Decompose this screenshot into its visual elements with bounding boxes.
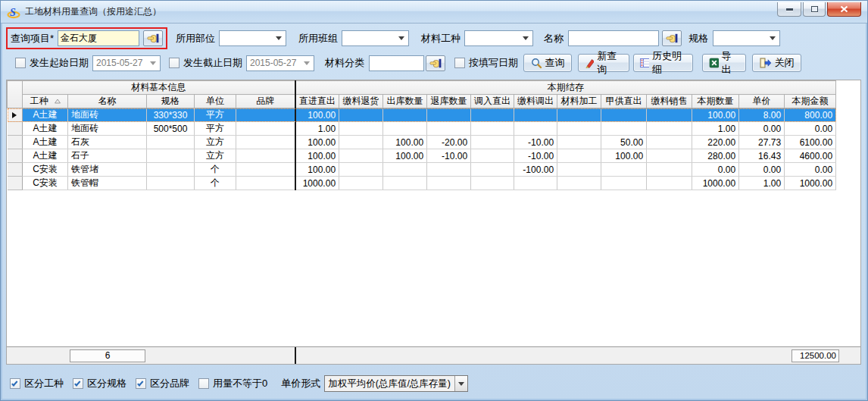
- table-cell[interactable]: 100.00: [692, 108, 739, 122]
- table-cell[interactable]: [147, 149, 195, 163]
- table-cell[interactable]: [383, 177, 427, 190]
- table-cell[interactable]: [427, 177, 471, 190]
- table-cell[interactable]: 100.00: [295, 136, 339, 149]
- table-cell[interactable]: 330*330: [147, 108, 195, 122]
- table-cell[interactable]: [557, 122, 601, 136]
- column-header[interactable]: 缴料销售: [647, 95, 692, 108]
- table-cell[interactable]: 平方: [195, 108, 236, 122]
- table-cell[interactable]: [647, 136, 692, 149]
- table-cell[interactable]: 16.43: [739, 149, 785, 163]
- table-cell[interactable]: -100.00: [514, 163, 557, 177]
- table-row[interactable]: A土建石子立方100.00100.00-10.00-10.00100.00280…: [8, 149, 836, 163]
- table-cell[interactable]: 6100.00: [785, 136, 836, 149]
- start-date-checkbox[interactable]: [15, 58, 26, 68]
- table-cell[interactable]: [514, 122, 557, 136]
- project-picker-button[interactable]: [143, 30, 163, 46]
- table-cell[interactable]: 1.00: [739, 177, 785, 190]
- table-cell[interactable]: [471, 136, 514, 149]
- table-row[interactable]: C安装铁管帽个1000.001000.001.001000.00: [8, 177, 836, 190]
- table-cell[interactable]: A土建: [23, 108, 68, 122]
- table-cell[interactable]: [557, 136, 601, 149]
- row-selector[interactable]: [8, 108, 23, 122]
- column-header[interactable]: 规格: [147, 95, 195, 108]
- query-button[interactable]: 查询: [523, 54, 572, 72]
- close-window-button[interactable]: [827, 2, 861, 17]
- end-date-picker[interactable]: 2015-05-27: [246, 55, 314, 71]
- column-header[interactable]: 调入直出: [471, 95, 514, 108]
- table-cell[interactable]: 1.00: [692, 122, 739, 136]
- table-cell[interactable]: [601, 163, 647, 177]
- column-header[interactable]: 单价: [739, 95, 785, 108]
- table-cell[interactable]: [514, 177, 557, 190]
- table-cell[interactable]: [647, 122, 692, 136]
- table-row[interactable]: A土建地面砖500*500平方1.001.000.000.00: [8, 122, 836, 136]
- table-cell[interactable]: [236, 108, 295, 122]
- table-cell[interactable]: [471, 177, 514, 190]
- table-cell[interactable]: 800.00: [785, 108, 836, 122]
- column-header[interactable]: 本期金额: [785, 95, 836, 108]
- row-selector[interactable]: [8, 177, 23, 190]
- table-cell[interactable]: 铁管帽: [68, 177, 147, 190]
- table-cell[interactable]: C安装: [23, 163, 68, 177]
- table-cell[interactable]: 1000.00: [785, 177, 836, 190]
- table-cell[interactable]: 8.00: [739, 108, 785, 122]
- column-header[interactable]: 退库数量: [427, 95, 471, 108]
- table-cell[interactable]: 1000.00: [295, 177, 339, 190]
- table-cell[interactable]: [339, 149, 383, 163]
- table-cell[interactable]: [236, 122, 295, 136]
- table-cell[interactable]: [339, 163, 383, 177]
- table-cell[interactable]: [339, 136, 383, 149]
- table-cell[interactable]: [236, 177, 295, 190]
- table-cell[interactable]: [427, 122, 471, 136]
- table-cell[interactable]: [647, 177, 692, 190]
- price-mode-combo[interactable]: 加权平均价(总库值/总库存量): [324, 375, 468, 392]
- combo-dropdown-button[interactable]: [454, 376, 467, 391]
- column-header[interactable]: 单位: [195, 95, 236, 108]
- table-cell[interactable]: 500*500: [147, 122, 195, 136]
- export-button[interactable]: 导出: [702, 54, 746, 72]
- table-cell[interactable]: [557, 149, 601, 163]
- table-cell[interactable]: -20.00: [427, 136, 471, 149]
- row-selector[interactable]: [8, 163, 23, 177]
- table-cell[interactable]: 0.00: [785, 122, 836, 136]
- table-cell[interactable]: [147, 136, 195, 149]
- table-cell[interactable]: 100.00: [601, 149, 647, 163]
- table-row[interactable]: A土建石灰立方100.00100.00-20.00-10.0050.00220.…: [8, 136, 836, 149]
- table-cell[interactable]: [236, 136, 295, 149]
- table-row[interactable]: C安装铁管堵个100.00-100.000.000.000.00: [8, 163, 836, 177]
- table-row[interactable]: A土建地面砖330*330平方100.00100.008.00800.00: [8, 108, 836, 122]
- table-cell[interactable]: [339, 108, 383, 122]
- category-input[interactable]: [369, 55, 424, 71]
- table-cell[interactable]: [147, 177, 195, 190]
- column-header[interactable]: 出库数量: [383, 95, 427, 108]
- team-combo[interactable]: [342, 30, 409, 46]
- table-cell[interactable]: [647, 108, 692, 122]
- row-selector[interactable]: [8, 149, 23, 163]
- column-header[interactable]: 本期数量: [692, 95, 739, 108]
- table-cell[interactable]: A土建: [23, 136, 68, 149]
- table-cell[interactable]: [514, 108, 557, 122]
- table-cell[interactable]: 平方: [195, 122, 236, 136]
- table-cell[interactable]: [383, 122, 427, 136]
- table-cell[interactable]: 个: [195, 177, 236, 190]
- table-cell[interactable]: [427, 163, 471, 177]
- table-cell[interactable]: [383, 163, 427, 177]
- location-combo[interactable]: [219, 30, 286, 46]
- table-cell[interactable]: [471, 108, 514, 122]
- option-checkbox-3[interactable]: [198, 378, 209, 389]
- table-cell[interactable]: [147, 163, 195, 177]
- history-detail-button[interactable]: 历史明细: [633, 54, 693, 72]
- name-input[interactable]: [568, 30, 659, 46]
- table-cell[interactable]: 100.00: [383, 136, 427, 149]
- table-cell[interactable]: [647, 163, 692, 177]
- table-cell[interactable]: C安装: [23, 177, 68, 190]
- column-header[interactable]: 缴料退货: [339, 95, 383, 108]
- table-cell[interactable]: 地面砖: [68, 108, 147, 122]
- table-cell[interactable]: 铁管堵: [68, 163, 147, 177]
- column-header[interactable]: 品牌: [236, 95, 295, 108]
- table-cell[interactable]: A土建: [23, 149, 68, 163]
- row-selector[interactable]: [8, 122, 23, 136]
- table-cell[interactable]: [601, 108, 647, 122]
- category-picker-button[interactable]: [426, 55, 445, 71]
- option-checkbox-0[interactable]: [10, 378, 20, 389]
